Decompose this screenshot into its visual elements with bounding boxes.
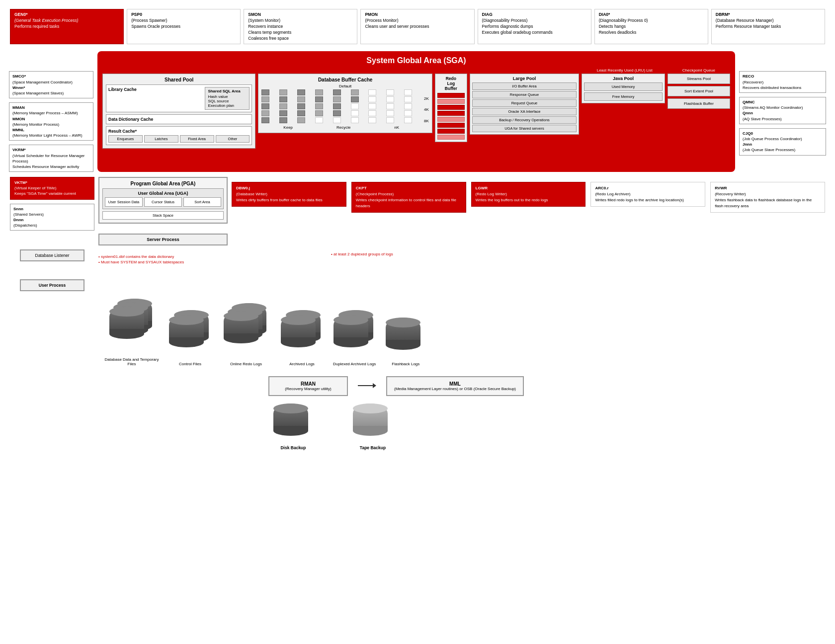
right-pools: Streams Pool Sort Extent Pool Flashback … bbox=[668, 74, 730, 109]
diag-title: DIAG bbox=[482, 12, 587, 18]
buffer-grid-area: Keep Recycle nK 2K 4K 8K bbox=[261, 89, 428, 130]
gen0-box: GEN0* (General Task Execution Process) P… bbox=[10, 9, 124, 44]
dbw0-box: DBW0.j (Database Writer) Writes dirty bu… bbox=[232, 182, 346, 207]
uga-cells: User Session Data Cursor Status Sort Are… bbox=[105, 197, 221, 207]
gen0-subtitle: (General Task Execution Process) bbox=[14, 18, 119, 24]
rc-item-2: Fixed Area bbox=[180, 135, 214, 143]
data-dict-label: Data Dictionary Cache bbox=[108, 117, 250, 122]
mml-box: MML (Media Management Layer routines) or… bbox=[386, 376, 524, 396]
bg-processes: DBW0.j (Database Writer) Writes dirty bu… bbox=[232, 177, 825, 213]
user-process: User Process bbox=[20, 279, 84, 291]
tape-backup-label: Tape Backup bbox=[360, 445, 386, 450]
library-cache: Library Cache Shared SQL Area Hash value… bbox=[106, 84, 252, 112]
library-cache-label: Library Cache bbox=[108, 87, 202, 110]
redo-logs-group: Online Redo Logs bbox=[221, 303, 271, 366]
dia0-subtitle: (Diagnosability Process 0) bbox=[599, 18, 704, 24]
cjq0-box: CJQ0 (Job Queue Process Coordinator) Jnn… bbox=[739, 128, 826, 156]
vktm-box: VKTM* (Virtual Keeper of TiMe) Keeps "SG… bbox=[10, 177, 94, 200]
dbrm-desc: Performs Resource Manager tasks bbox=[716, 24, 821, 30]
buf-section-labels: Keep Recycle nK bbox=[261, 125, 421, 130]
sga-title: System Global Area (SGA) bbox=[102, 56, 730, 65]
jp-1: Free Memory bbox=[584, 92, 663, 101]
psp0-subtitle: (Process Spawner) bbox=[131, 18, 236, 24]
recovery-row: RMAN (Recovery Manager utility) MML (Med… bbox=[5, 366, 830, 396]
flashback-logs-label: Flashback Logs bbox=[392, 362, 419, 366]
rman-box: RMAN (Recovery Manager utility) bbox=[268, 376, 348, 396]
result-cache: Result Cache* Enqueues Latches Fixed Are… bbox=[106, 126, 252, 145]
flashback-buffer: Flashback Buffer bbox=[668, 98, 730, 109]
pga-title: Program Global Area (PGA) bbox=[102, 181, 224, 186]
sql-area-box: Shared SQL Area Hash value SQL source Ex… bbox=[205, 87, 250, 110]
uga-cell-0: User Session Data bbox=[105, 197, 143, 207]
disk-backup-label: Disk Backup bbox=[280, 445, 306, 450]
lru-checkpoint-row: Least Recently Used (LRU) List Checkpoin… bbox=[102, 68, 730, 73]
qmnc-box: QMNC (Streams AQ Monitor Coordinator) Qn… bbox=[739, 97, 826, 124]
backup-row: Disk Backup Tape Backup bbox=[5, 396, 830, 450]
data-dict-cache: Data Dictionary Cache bbox=[106, 114, 252, 124]
mman-box: MMAN (Memory Manager Process – ASMM) MMO… bbox=[9, 102, 93, 141]
disk-backup-group: Disk Backup bbox=[273, 403, 313, 450]
java-pool-title: Java Pool bbox=[584, 76, 663, 81]
diag-desc: Performs diagnostic dumps Executes globa… bbox=[482, 24, 587, 36]
rman-subtitle: (Recovery Manager utility) bbox=[276, 387, 340, 391]
lp-4: Backup / Recovery Operations bbox=[472, 116, 577, 124]
data-files-label: Database Data and Temporary Files bbox=[104, 357, 159, 366]
control-files-label: Control Files bbox=[179, 362, 201, 366]
rc-item-0: Enqueues bbox=[108, 135, 143, 143]
shared-pool: Shared Pool Library Cache Shared SQL Are… bbox=[102, 74, 255, 149]
uga-title: User Global Area (UGA) bbox=[105, 191, 221, 196]
sort-extent-pool: Sort Extent Pool bbox=[668, 86, 730, 96]
flashback-logs-group: Flashback Logs bbox=[386, 318, 425, 366]
lgwr-box: LGWR (Redo Log Writer) Writes the log bu… bbox=[471, 182, 586, 207]
smon-title: SMON bbox=[248, 12, 353, 18]
pmon-desc: Cleans user and server processes bbox=[365, 24, 470, 30]
sga-inner: Shared Pool Library Cache Shared SQL Are… bbox=[102, 74, 730, 149]
redo-logs-label: Online Redo Logs bbox=[230, 362, 262, 366]
result-cache-items: Enqueues Latches Fixed Area Other bbox=[108, 135, 250, 143]
rvwr-box: RVWR (Recovery Writer) Writes flashback … bbox=[710, 182, 825, 213]
sql-area-title: Shared SQL Area bbox=[208, 89, 247, 93]
java-pool: Java Pool Used Memory Free Memory bbox=[582, 74, 665, 103]
server-process: Server Process bbox=[98, 234, 228, 245]
kb-labels: 2K 4K 8K bbox=[423, 90, 429, 130]
streams-pool: Streams Pool bbox=[668, 74, 730, 84]
rc-item-3: Other bbox=[216, 135, 250, 143]
mml-subtitle: (Media Management Layer routines) or OSB… bbox=[394, 387, 516, 391]
lp-5: UGA for Shared servers bbox=[472, 125, 577, 132]
uga-box: User Global Area (UGA) User Session Data… bbox=[102, 188, 224, 209]
pga-container: Program Global Area (PGA) User Global Ar… bbox=[98, 177, 228, 245]
arc0-box: ARC0.r (Redo Log Archiver) Writes filled… bbox=[590, 182, 705, 207]
gen0-desc: Performs required tasks bbox=[14, 24, 119, 30]
smon-desc: Recovers instance Cleans temp segments C… bbox=[248, 24, 353, 42]
duplexed-logs-label: Duplexed Archived Logs bbox=[333, 362, 376, 366]
lp-1: Response Queue bbox=[472, 91, 577, 98]
tape-backup-group: Tape Backup bbox=[353, 403, 393, 450]
buffer-grid: Keep Recycle nK bbox=[261, 89, 421, 130]
psp0-desc: Spawns Oracle processes bbox=[131, 24, 236, 30]
smon-box: SMON (System Monitor) Recovers instance … bbox=[244, 9, 357, 44]
rman-title: RMAN bbox=[276, 381, 340, 387]
sga-area: System Global Area (SGA) Least Recently … bbox=[97, 51, 735, 172]
right-sidebar: RECO (Recoverer) Recovers distributed tr… bbox=[739, 51, 826, 172]
pga-box: Program Global Area (PGA) User Global Ar… bbox=[98, 177, 228, 224]
result-cache-label: Result Cache* bbox=[108, 129, 250, 134]
uga-cell-2: Sort Area bbox=[183, 197, 221, 207]
ckpt-box: CKPT (Checkpoint Process) Writes checkpo… bbox=[351, 182, 466, 213]
diag-subtitle: (Diagnosability Process) bbox=[482, 18, 587, 24]
dbrm-subtitle: (Database Resource Manager) bbox=[716, 18, 821, 24]
diag-box: DIAG (Diagnosability Process) Performs d… bbox=[478, 9, 591, 44]
jp-0: Used Memory bbox=[584, 82, 663, 91]
dbrm-title: DBRM* bbox=[716, 12, 821, 18]
redo-log-title: RedoLogBuffer bbox=[437, 76, 465, 91]
files-row: Database Data and Temporary Files Contro… bbox=[5, 294, 830, 366]
pmon-title: PMON bbox=[365, 12, 470, 18]
large-pool: Large Pool I/O Buffer Area Response Queu… bbox=[470, 74, 579, 135]
smco-box: SMCO* (Space Management Coordinator) Wnn… bbox=[9, 71, 93, 98]
checkpoint-label: Checkpoint Queue bbox=[682, 68, 715, 73]
pmon-subtitle: (Process Monitor) bbox=[365, 18, 470, 24]
default-label: Default bbox=[261, 84, 428, 88]
psp0-box: PSP0 (Process Spawner) Spawns Oracle pro… bbox=[127, 9, 241, 44]
snnn-box: Snnn (Shared Servers) Dnnn (Dispatchers) bbox=[10, 204, 94, 231]
rc-item-1: Latches bbox=[144, 135, 178, 143]
lru-label: Least Recently Used (LRU) List bbox=[597, 68, 653, 73]
